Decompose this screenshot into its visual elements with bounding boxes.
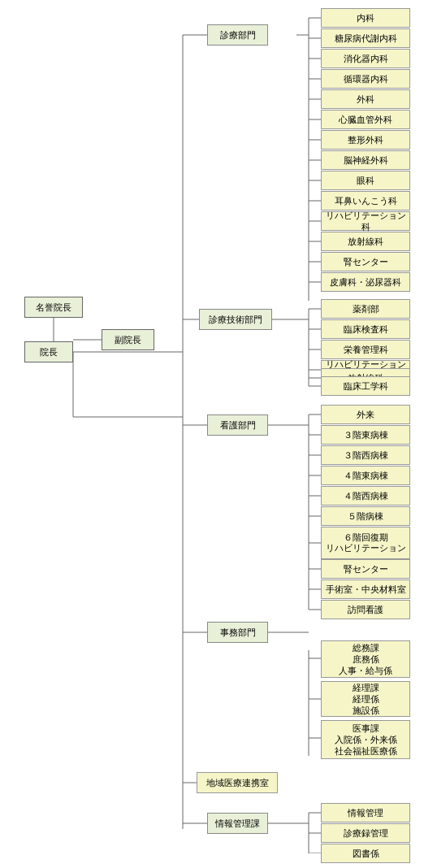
item-6f-rehab: ６階回復期リハビリテーション bbox=[321, 527, 410, 559]
incho: 院長 bbox=[24, 341, 73, 362]
item-3west: ３階西病棟 bbox=[321, 445, 410, 465]
item-tounyou: 糖尿病代謝内科 bbox=[321, 28, 410, 48]
item-noushin: 脳神経外科 bbox=[321, 150, 410, 170]
item-junkan: 循環器内科 bbox=[321, 69, 410, 89]
item-houmon: 訪問看護 bbox=[321, 600, 410, 619]
shinryo-bumon: 診療部門 bbox=[207, 24, 268, 46]
chiiki-renkei: 地域医療連携室 bbox=[197, 772, 278, 793]
fuku-incho: 副院長 bbox=[102, 329, 154, 350]
kango-bumon: 看護部門 bbox=[207, 414, 268, 436]
item-naika: 内科 bbox=[321, 8, 410, 28]
item-5f: ５階病棟 bbox=[321, 506, 410, 526]
item-joho-mgmt: 情報管理 bbox=[321, 803, 410, 822]
item-shinzo: 心臓血管外科 bbox=[321, 110, 410, 129]
item-eiyou: 栄養管理科 bbox=[321, 340, 410, 359]
jimu-bumon: 事務部門 bbox=[207, 622, 268, 643]
item-3east: ３階東病棟 bbox=[321, 425, 410, 445]
org-chart: 名誉院長 院長 副院長 診療部門 内科 糖尿病代謝内科 消化器内科 循環器内科 … bbox=[8, 8, 416, 853]
item-yakuzai: 薬剤部 bbox=[321, 299, 410, 319]
item-jin1: 腎センター bbox=[321, 252, 410, 271]
item-seikei: 整形外科 bbox=[321, 130, 410, 150]
item-geka: 外科 bbox=[321, 89, 410, 109]
joho-kanri: 情報管理課 bbox=[207, 813, 268, 834]
item-iji: 医事課入院係・外来係社会福祉医療係 bbox=[321, 720, 410, 759]
item-tosho: 図書係 bbox=[321, 844, 410, 863]
item-gairaai: 外来 bbox=[321, 405, 410, 424]
item-shokaki: 消化器内科 bbox=[321, 49, 410, 68]
item-4west: ４階西病棟 bbox=[321, 486, 410, 506]
item-rehab1: リハビリテーション科 bbox=[321, 211, 410, 231]
item-hifuka: 皮膚科・泌尿器科 bbox=[321, 272, 410, 292]
item-rinsho-kogaku: 臨床工学科 bbox=[321, 376, 410, 396]
item-op: 手術室・中央材料室 bbox=[321, 579, 410, 599]
item-ganko: 眼科 bbox=[321, 171, 410, 190]
item-4east: ４階東病棟 bbox=[321, 466, 410, 485]
item-shinryo-roku: 診療録管理 bbox=[321, 823, 410, 843]
item-jibika: 耳鼻いんこう科 bbox=[321, 191, 410, 210]
gijutsu-bumon: 診療技術部門 bbox=[199, 309, 272, 330]
item-hoshasan1: 放射線科 bbox=[321, 232, 410, 251]
item-jin2: 腎センター bbox=[321, 559, 410, 579]
item-rinsho-kensa: 臨床検査科 bbox=[321, 319, 410, 339]
meiyo-incho: 名誉院長 bbox=[24, 297, 83, 318]
item-keiri: 経理課経理係施設係 bbox=[321, 681, 410, 717]
item-somu: 総務課庶務係人事・給与係 bbox=[321, 640, 410, 678]
